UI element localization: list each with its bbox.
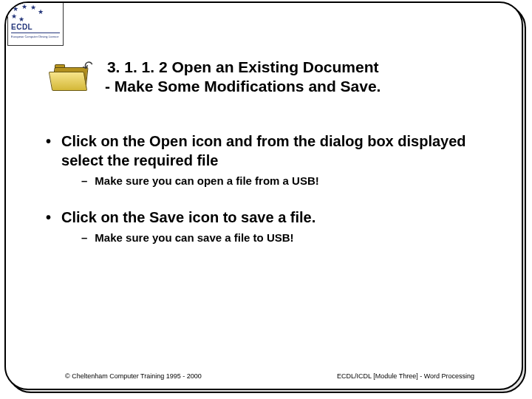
bullet-marker: • bbox=[46, 132, 51, 170]
footer-left: © Cheltenham Computer Training 1995 - 20… bbox=[65, 372, 202, 380]
bullet-strong: Save bbox=[149, 209, 185, 225]
ecdl-logo: ★ ★ ★ ★ ★ ★ ECDL European Computer Drivi… bbox=[7, 1, 64, 46]
slide-content: • Click on the Open icon and from the di… bbox=[46, 132, 497, 265]
open-folder-icon: ↶ bbox=[50, 60, 92, 94]
footer-right: ECDL/ICDL [Module Three] - Word Processi… bbox=[337, 372, 474, 380]
sub-bullet-text: Make sure you can save a file to USB! bbox=[95, 231, 293, 244]
sub-bullet-marker: – bbox=[81, 174, 87, 187]
slide-title: 3. 1. 1. 2 Open an Existing Document - M… bbox=[105, 58, 381, 97]
bullet-text-suffix: icon to save a file. bbox=[184, 209, 316, 225]
bullet-strong: Open bbox=[149, 133, 188, 149]
logo-label: ECDL bbox=[11, 23, 60, 31]
stars-icon: ★ ★ ★ ★ ★ ★ bbox=[11, 5, 42, 21]
sub-bullet-item: – Make sure you can open a file from a U… bbox=[81, 174, 497, 187]
bullet-text-prefix: Click on the bbox=[61, 133, 149, 149]
sub-bullet-item: – Make sure you can save a file to USB! bbox=[81, 231, 497, 244]
slide-frame: ★ ★ ★ ★ ★ ★ ECDL European Computer Drivi… bbox=[4, 1, 523, 390]
sub-bullet-text: Make sure you can open a file from a USB… bbox=[95, 174, 318, 187]
bullet-marker: • bbox=[46, 208, 51, 227]
title-line1: 3. 1. 1. 2 Open an Existing Document bbox=[105, 58, 381, 77]
title-line2: - Make Some Modifications and Save. bbox=[105, 77, 381, 96]
bullet-item: • Click on the Open icon and from the di… bbox=[46, 132, 497, 170]
bullet-text-prefix: Click on the bbox=[61, 209, 149, 225]
sub-bullet-marker: – bbox=[81, 231, 87, 244]
slide-footer: © Cheltenham Computer Training 1995 - 20… bbox=[6, 372, 522, 380]
bullet-item: • Click on the Save icon to save a file. bbox=[46, 208, 497, 227]
logo-caption: European Computer Driving Licence bbox=[11, 35, 60, 38]
